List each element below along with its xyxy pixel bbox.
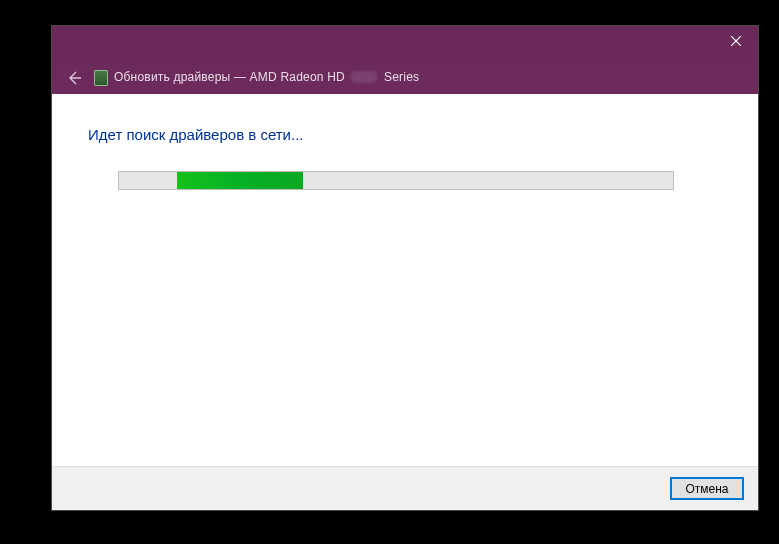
device-icon [94, 70, 108, 86]
footer: Отмена [52, 466, 758, 510]
content-area: Идет поиск драйверов в сети... [52, 94, 758, 466]
back-button[interactable] [62, 66, 86, 90]
progress-bar [118, 171, 674, 190]
close-icon [731, 36, 741, 46]
title-suffix: Series [384, 70, 419, 84]
title-prefix: Обновить драйверы — AMD Radeon HD [114, 70, 345, 84]
back-arrow-icon [66, 70, 82, 86]
title-redacted [350, 71, 378, 83]
close-button[interactable] [713, 26, 758, 56]
progress-bar-fill [177, 172, 303, 189]
driver-update-dialog: Обновить драйверы — AMD Radeon HD Series… [52, 26, 758, 510]
status-message: Идет поиск драйверов в сети... [88, 126, 722, 143]
cancel-button[interactable]: Отмена [670, 477, 744, 500]
window-title: Обновить драйверы — AMD Radeon HD Series [114, 70, 419, 84]
titlebar: Обновить драйверы — AMD Radeon HD Series [52, 26, 758, 94]
